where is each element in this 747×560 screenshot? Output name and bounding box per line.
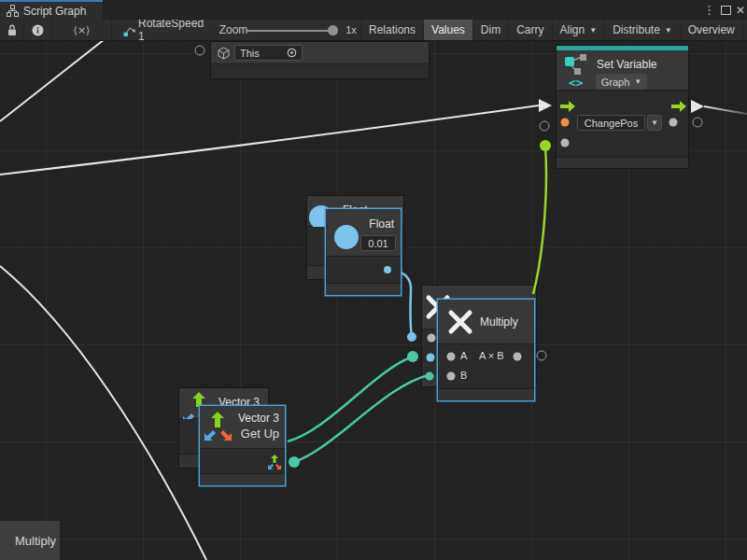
variable-port[interactable] xyxy=(561,119,570,127)
relations-button[interactable]: Relations xyxy=(360,20,423,40)
info-icon[interactable] xyxy=(24,20,51,40)
unconnected-port[interactable] xyxy=(537,351,547,361)
up-arrow-icon xyxy=(211,412,224,428)
output-port[interactable] xyxy=(514,353,522,361)
this-object-field[interactable]: This xyxy=(234,45,303,61)
wire-end-teal-b xyxy=(289,456,300,468)
variable-name-dropdown[interactable]: ChangePos xyxy=(577,115,645,131)
wire-vector-to-multiply-a xyxy=(288,357,413,441)
output-port[interactable] xyxy=(669,119,678,127)
flow-output-arrowhead xyxy=(691,100,704,113)
wire-flow-output xyxy=(704,106,747,114)
node-tooltip: Multiply xyxy=(0,521,60,560)
multiply-node[interactable]: Multiply A A × B B xyxy=(437,299,535,401)
down-left-arrow-icon xyxy=(204,427,217,441)
variable-name-caret[interactable]: ▼ xyxy=(647,115,662,131)
graph-tab-icon xyxy=(7,5,19,17)
tab-bar: Script Graph ⋮ ✕ xyxy=(0,0,747,21)
dim-button[interactable]: Dim xyxy=(472,20,508,40)
wire-value-to-set-variable xyxy=(533,146,546,294)
variable-scope-dropdown[interactable]: Graph ▼ xyxy=(596,74,647,90)
chevron-down-icon: ▼ xyxy=(665,26,672,35)
wire-end-blue xyxy=(407,332,416,342)
float-node[interactable]: Float 0.01 xyxy=(325,208,402,296)
set-variable-node[interactable]: <> Set Variable Graph ▼ ChangePos ▼ xyxy=(556,45,689,169)
window-menu-icon[interactable]: ⋮ xyxy=(703,0,715,20)
window-maximize-icon[interactable] xyxy=(721,0,731,20)
breadcrumb[interactable]: RotateSpeed 1 xyxy=(138,20,204,40)
get-up-node[interactable]: Vector 3 Get Up xyxy=(199,405,286,486)
chevron-down-icon: ▼ xyxy=(634,77,641,86)
window-close-icon[interactable]: ✕ xyxy=(736,0,745,20)
toolbar-buttons: Relations Values Dim Carry Align▼ Distri… xyxy=(360,20,747,40)
float-value-input[interactable]: 0.01 xyxy=(360,235,396,251)
align-dropdown[interactable]: Align▼ xyxy=(552,20,605,40)
wire-flow-input xyxy=(0,105,539,175)
svg-text:<>: <> xyxy=(569,76,584,89)
vector3-output-icon[interactable] xyxy=(267,455,282,470)
float-output-port[interactable] xyxy=(384,266,391,273)
input-a-port[interactable] xyxy=(447,353,456,361)
zoom-slider-handle[interactable] xyxy=(328,25,338,35)
set-variable-icon: <> xyxy=(564,53,590,89)
chevron-down-icon: ▼ xyxy=(589,26,597,35)
this-node[interactable]: This xyxy=(210,41,430,79)
unconnected-port[interactable] xyxy=(540,121,550,132)
zoom-label: Zoom xyxy=(218,20,248,40)
wire-getup-to-multiply-b xyxy=(294,375,429,462)
input-port[interactable] xyxy=(561,139,570,147)
script-graph-window: Script Graph ⋮ ✕ ⟨×⟩ RotateSpeed 1 Zoom … xyxy=(0,0,747,560)
graph-breadcrumb-icon xyxy=(120,20,138,40)
chevron-down-icon: ▼ xyxy=(651,119,658,127)
graph-canvas[interactable]: Float Vector 3 xyxy=(0,41,747,560)
overview-button[interactable]: Overview xyxy=(680,20,742,40)
distribute-dropdown[interactable]: Distribute▼ xyxy=(604,20,680,40)
object-picker-icon[interactable] xyxy=(287,48,297,58)
down-right-arrow-icon xyxy=(219,427,232,441)
tab-script-graph[interactable]: Script Graph xyxy=(0,0,103,20)
wire-end-teal-a xyxy=(407,351,418,362)
flow-in-arrow-icon[interactable] xyxy=(560,101,575,113)
carry-button[interactable]: Carry xyxy=(508,20,551,40)
wire-end-lime xyxy=(540,140,551,151)
zoom-slider-track[interactable] xyxy=(246,30,332,32)
lock-icon[interactable] xyxy=(0,20,23,40)
graph-toolbar: ⟨×⟩ RotateSpeed 1 Zoom 1x Relations Valu… xyxy=(0,20,747,41)
float-icon xyxy=(334,225,359,249)
unconnected-port[interactable] xyxy=(693,118,703,128)
flow-out-arrow-icon[interactable] xyxy=(671,101,686,113)
multiply-icon xyxy=(446,308,474,336)
wire-flow-diagonal xyxy=(0,266,206,560)
flow-input-arrowhead xyxy=(539,99,552,112)
zoom-value: 1x xyxy=(342,20,360,40)
cube-icon xyxy=(218,47,230,60)
tab-label: Script Graph xyxy=(23,5,86,18)
input-b-port[interactable] xyxy=(447,372,456,381)
values-button[interactable]: Values xyxy=(423,20,472,40)
wire-flow-upper-left xyxy=(0,41,105,121)
this-node-port[interactable] xyxy=(195,46,205,56)
code-view-icon[interactable]: ⟨×⟩ xyxy=(52,20,111,40)
full-screen-button[interactable]: Full Screen xyxy=(742,20,747,40)
